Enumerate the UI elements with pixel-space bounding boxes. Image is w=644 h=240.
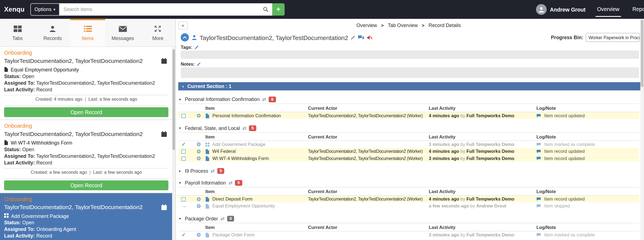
progress-bin-label: Progress Bin: [551, 34, 583, 40]
tags-label-row: Tags: [181, 44, 644, 50]
group-header[interactable]: ▾ Personal Information Confirmation ⇄ 8 [179, 96, 644, 102]
item-name[interactable]: WI WT-4 Withholdings Form [212, 156, 269, 161]
breadcrumb-record-details[interactable]: Record Details [429, 23, 461, 28]
breadcrumb-tab-overview[interactable]: Tab Overview [388, 23, 418, 28]
chevron-right-icon: > [422, 23, 425, 28]
assigned-field: Assigned To: TaylorTestDocumentation2, T… [4, 80, 168, 86]
left-panel-scrollbar[interactable] [172, 47, 175, 240]
edit-record-icon[interactable] [351, 35, 355, 39]
count-badge: 8 [269, 96, 276, 102]
main-scrollbar[interactable] [640, 19, 644, 240]
item-row[interactable]: ✓ ⚙ Package Order Form 3 minutes ago by … [178, 231, 639, 238]
gear-icon[interactable]: ⚙ [196, 141, 201, 147]
record-card[interactable]: Onboarding TaylorTestDocumentation2, Tay… [0, 120, 173, 193]
notes-input[interactable] [181, 67, 639, 78]
status-field: Status: Open [4, 220, 168, 226]
app-logo[interactable]: Xenqu [4, 6, 25, 13]
current-actor: TaylorTestDocumentation2, TaylorTestDocu… [308, 148, 429, 155]
record-card-selected[interactable]: Onboarding TaylorTestDocumentation2, Tay… [0, 193, 173, 240]
tab-more[interactable]: More [140, 19, 175, 47]
status-field: Status: Open [4, 147, 168, 153]
transfer-icon[interactable]: ⇄ [242, 125, 246, 131]
log-note: Item record updated [536, 148, 639, 155]
card-title: TaylorTestDocumentation2, TaylorTestDocu… [4, 130, 168, 138]
assigned-value: TaylorTestDocumentation2, TaylorTestDocu… [36, 153, 155, 159]
add-button[interactable]: + [272, 3, 285, 16]
group-header[interactable]: ▾ Package Order ⇄ 0 [179, 215, 644, 222]
transfer-icon[interactable]: ⇄ [228, 180, 232, 186]
tab-items[interactable]: Items [70, 19, 105, 47]
gear-icon[interactable]: ⚙ [196, 203, 201, 209]
audio-muted-icon[interactable] [367, 35, 372, 40]
transfer-icon[interactable]: ⇄ [211, 168, 215, 174]
item-name[interactable]: Equal Employment Opportunity [212, 204, 275, 209]
gear-icon[interactable]: ⚙ [196, 112, 201, 118]
user-name[interactable]: Andrew Grout [550, 6, 586, 12]
group-header[interactable]: ▸ I9 Process ⇄ 5 [179, 168, 644, 174]
col-current-actor: Current Actor [308, 223, 429, 231]
breadcrumb-overview[interactable]: Overview [356, 23, 377, 28]
transfer-icon[interactable]: ⇄ [262, 96, 266, 102]
group-header[interactable]: ▾ Federal, State, and Local ⇄ 5 [179, 125, 644, 131]
item-name[interactable]: Package Order Form [212, 233, 254, 238]
scrollbar-thumb[interactable] [173, 49, 175, 150]
log-note: Item record updated [536, 155, 639, 162]
items-table: Item Current Actor Last Activity Log/Not… [178, 223, 639, 238]
document-icon [205, 149, 210, 154]
gear-icon[interactable]: ⚙ [196, 232, 201, 238]
gear-icon[interactable]: ⚙ [196, 155, 201, 161]
open-record-button[interactable]: Open Record [4, 180, 168, 190]
comments-icon[interactable] [358, 35, 364, 40]
item-name[interactable]: Personal Information Confirmation [212, 113, 281, 118]
grid-icon [4, 213, 9, 219]
item-row[interactable]: ⚙ Direct Deposit Form TaylorTestDocument… [178, 195, 639, 202]
divider [4, 105, 168, 105]
nav-tab-reports[interactable]: Reports [626, 0, 644, 19]
item-row[interactable]: ⚙ W4 Federal TaylorTestDocumentation2, T… [178, 148, 639, 155]
avatar[interactable] [536, 4, 547, 15]
item-checkbox[interactable] [181, 114, 186, 118]
scrollbar-thumb[interactable] [641, 20, 643, 87]
tab-records[interactable]: Records [35, 19, 70, 47]
item-checkbox[interactable] [181, 157, 186, 161]
card-item-line: Equal Employment Opportunity [4, 67, 168, 73]
item-row[interactable]: ✓ ⚙ Add Government Package 3 minutes ago… [178, 141, 639, 148]
calendar-icon[interactable] [161, 204, 167, 212]
progress-bin-select[interactable]: Worker Paperwork in Process ▾ [586, 33, 640, 42]
search-icon [263, 7, 272, 12]
current-section-bar[interactable]: ▾ Current Section : 1 [178, 82, 644, 90]
item-row[interactable]: → ⚙ Equal Employment Opportunity a few s… [178, 202, 639, 209]
edit-notes-icon[interactable] [197, 62, 201, 66]
group-title: Payroll Information [185, 180, 226, 186]
activity-label: Last Activity: [4, 233, 35, 239]
tab-tabs[interactable]: Tabs [0, 19, 35, 47]
search-input[interactable] [60, 7, 263, 12]
tags-input[interactable] [181, 50, 639, 59]
record-card[interactable]: Onboarding TaylorTestDocumentation2, Tay… [0, 47, 173, 120]
calendar-icon[interactable] [161, 58, 167, 65]
table-header-row: Item Current Actor Last Activity Log/Not… [178, 132, 639, 141]
collapse-panel-button[interactable]: « [178, 21, 188, 30]
item-row[interactable]: ⚙ Personal Information Confirmation Tayl… [178, 112, 639, 119]
calendar-icon[interactable] [161, 131, 167, 138]
nav-tab-overview[interactable]: Overview [591, 0, 626, 19]
group-header[interactable]: ▾ Payroll Information ⇄ 5 [179, 180, 644, 186]
side-nav: Tabs Records Items Messages [0, 19, 175, 47]
gear-icon[interactable]: ⚙ [196, 148, 201, 154]
item-row[interactable]: ⚙ WI WT-4 Withholdings Form TaylorTestDo… [178, 155, 639, 162]
document-icon [4, 67, 8, 73]
collapse-record-button[interactable] [181, 33, 189, 42]
current-actor [308, 141, 429, 148]
open-record-button[interactable]: Open Record [4, 107, 168, 117]
edit-tags-icon[interactable] [194, 45, 198, 49]
item-checkbox[interactable] [181, 150, 186, 154]
gear-icon[interactable]: ⚙ [196, 196, 201, 202]
transfer-icon[interactable]: ⇄ [221, 215, 225, 221]
options-button[interactable]: Options ▾ [30, 3, 60, 16]
item-name[interactable]: W4 Federal [212, 149, 236, 154]
item-checkbox[interactable] [181, 197, 186, 201]
item-name[interactable]: Direct Deposit Form [212, 197, 253, 202]
tab-messages[interactable]: Messages [105, 19, 140, 47]
item-name[interactable]: Add Government Package [212, 142, 265, 147]
note-icon [536, 114, 541, 118]
